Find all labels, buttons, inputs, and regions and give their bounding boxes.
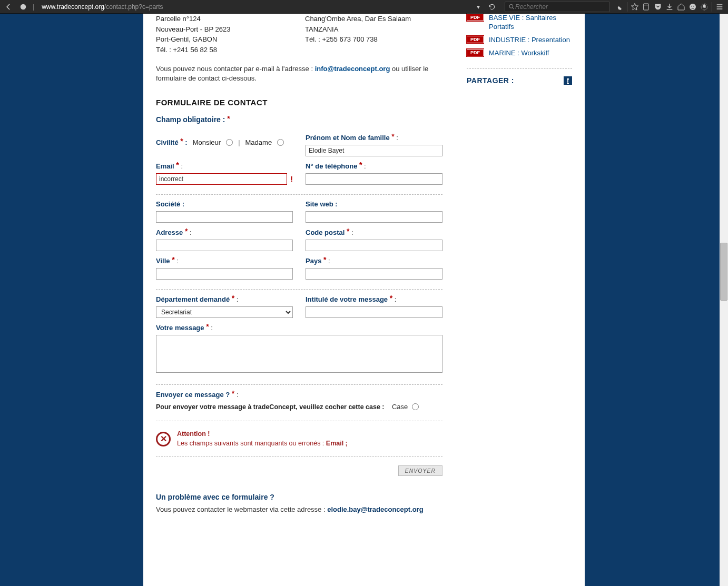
pdf-link[interactable]: MARINE : Workskiff (489, 49, 549, 58)
case-label: Case (392, 403, 408, 411)
svg-point-5 (693, 5, 694, 6)
separator (156, 456, 442, 457)
separator (467, 68, 572, 69)
scrollbar-track[interactable] (720, 14, 728, 586)
sidebar: PDF BASE VIE : Sanitaires Portatifs PDF … (454, 14, 585, 586)
browser-chrome: | www.tradeconcept.org/contact.php?c=par… (0, 0, 728, 14)
pdf-badge-icon: PDF (467, 14, 484, 21)
civility-madame-radio[interactable] (277, 139, 284, 146)
required-legend: Champ obligatoire : * (156, 115, 444, 124)
addr-line: Tél. : +255 673 700 738 (305, 34, 444, 45)
devtools-icon[interactable] (614, 2, 625, 12)
addr-line: Chang'Ombe Area, Dar Es Salaam (305, 14, 444, 24)
menu-icon[interactable] (714, 2, 725, 12)
separator (156, 194, 442, 195)
civility-monsieur-label: Monsieur (193, 138, 221, 146)
address-label: Adresse * : (156, 228, 293, 236)
webmaster-email-link[interactable]: elodie.bay@tradeconcept.org (327, 505, 423, 513)
problem-title: Un problème avec ce formulaire ? (156, 493, 444, 501)
search-input[interactable] (515, 3, 606, 11)
error-alert: ✕ Attention ! Les champs suivants sont m… (156, 430, 442, 448)
send-instruction: Pour envoyer votre message à tradeConcep… (156, 403, 385, 411)
pdf-badge-icon: PDF (467, 36, 484, 43)
name-input[interactable] (306, 145, 442, 156)
addr-line: Port-Gentil, GABON (156, 34, 294, 45)
company-input[interactable] (156, 211, 293, 223)
company-label: Société : (156, 200, 293, 208)
pdf-link[interactable]: INDUSTRIE : Presentation (489, 36, 570, 45)
pdf-item: PDF MARINE : Workskiff (467, 49, 572, 58)
url-host: www.tradeconcept.org (42, 3, 104, 11)
name-label: Prénom et Nom de famille * : (306, 133, 442, 142)
dept-select[interactable]: Secretariat (156, 306, 293, 318)
svg-rect-2 (644, 4, 648, 10)
address-right: Chang'Ombe Area, Dar Es Salaam TANZANIA … (305, 14, 444, 55)
url-bar[interactable]: www.tradeconcept.org/contact.php?c=parts… (38, 2, 500, 12)
civility-madame-label: Madame (245, 138, 272, 146)
message-label: Votre message * : (156, 323, 442, 332)
back-button[interactable] (3, 2, 14, 12)
confirm-radio[interactable] (412, 403, 419, 410)
country-input[interactable] (306, 268, 442, 280)
country-label: Pays * : (306, 256, 442, 265)
subject-input[interactable] (306, 306, 442, 318)
svg-point-1 (509, 4, 513, 8)
problem-pre: Vous pouvez contacter le webmaster via c… (156, 505, 327, 513)
facebook-icon[interactable]: f (564, 76, 572, 85)
addr-line: Parcelle n°124 (156, 14, 294, 24)
alert-pre: Les champs suivants sont manquants ou er… (177, 440, 326, 447)
postal-label: Code postal * : (306, 228, 442, 236)
url-path: /contact.php?c=parts (104, 3, 163, 11)
smiley-icon[interactable] (687, 2, 698, 12)
dropdown-icon[interactable]: ▾ (473, 2, 484, 12)
pdf-item: PDF BASE VIE : Sanitaires Portatifs (467, 14, 572, 32)
phone-label: N° de téléphone * : (306, 162, 442, 170)
pdf-link[interactable]: BASE VIE : Sanitaires Portatifs (489, 14, 572, 32)
phone-input[interactable] (306, 173, 442, 185)
website-label: Site web : (306, 200, 442, 208)
form-grid: Civilité * : Monsieur | Madame Prénom et… (156, 133, 444, 476)
home-icon[interactable] (676, 2, 686, 12)
send-label: Envoyer ce message ? * : (156, 390, 442, 399)
address-left: Parcelle n°124 Nouveau-Port - BP 2623 Po… (156, 14, 294, 55)
civility-monsieur-radio[interactable] (226, 139, 233, 146)
addr-line: TANZANIA (305, 24, 444, 35)
search-box[interactable] (505, 2, 610, 12)
library-icon[interactable] (641, 2, 652, 12)
dept-label: Département demandé * : (156, 295, 293, 303)
pdf-badge-icon: PDF (467, 49, 484, 56)
addr-line: Nouveau-Port - BP 2623 (156, 24, 294, 35)
search-icon (508, 3, 515, 11)
email-input[interactable] (156, 173, 287, 185)
subject-label: Intitulé de votre message * : (306, 295, 442, 303)
alert-fields: Email ; (326, 440, 348, 447)
addr-line: Tél. : +241 56 82 58 (156, 45, 294, 55)
bookmark-icon[interactable] (629, 2, 640, 12)
separator (156, 289, 442, 290)
city-label: Ville * : (156, 256, 293, 265)
address-input[interactable] (156, 240, 293, 251)
message-textarea[interactable] (156, 335, 442, 373)
separator (156, 421, 442, 421)
share-label: PARTAGER : (467, 76, 514, 85)
scrollbar-thumb[interactable] (720, 243, 727, 301)
pdf-item: PDF INDUSTRIE : Presentation (467, 36, 572, 45)
chrome-toolbar (614, 2, 725, 12)
separator (156, 384, 442, 385)
ghostery-icon[interactable] (699, 2, 710, 12)
share-row: PARTAGER : f (467, 76, 572, 85)
reload-icon[interactable] (487, 2, 497, 12)
postal-input[interactable] (306, 240, 442, 251)
submit-button[interactable]: ENVOYER (398, 465, 442, 476)
page: Parcelle n°124 Nouveau-Port - BP 2623 Po… (143, 14, 585, 586)
website-input[interactable] (306, 211, 442, 223)
error-icon: ✕ (156, 432, 171, 446)
alert-title: Attention ! (177, 430, 210, 438)
city-input[interactable] (156, 268, 293, 280)
downloads-icon[interactable] (664, 2, 675, 12)
required-legend-text: Champ obligatoire : (156, 115, 225, 124)
civility-row: Civilité * : Monsieur | Madame (156, 138, 284, 146)
civility-label: Civilité * : (156, 138, 188, 146)
intro-email-link[interactable]: info@tradeconcept.org (315, 65, 390, 73)
pocket-icon[interactable] (653, 2, 663, 12)
